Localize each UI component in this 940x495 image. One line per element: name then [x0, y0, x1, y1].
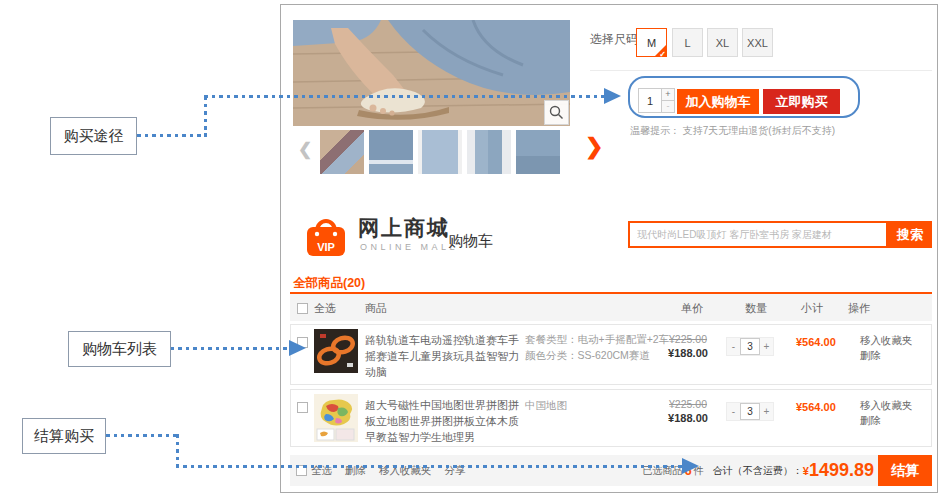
tab-all-items[interactable]: 全部商品(20) [293, 275, 365, 292]
row2-qty-minus-button[interactable]: - [727, 406, 740, 417]
size-option-m[interactable]: M ✓ [636, 28, 667, 57]
gallery-next-icon[interactable]: ❯ [585, 134, 603, 160]
race-track-illustration [314, 329, 358, 373]
row2-delete-link[interactable]: 删除 [860, 414, 881, 428]
annotation-connector [176, 434, 179, 468]
row2-checkbox[interactable] [297, 402, 308, 413]
logo-badge: VIP [317, 241, 335, 253]
row1-move-to-favorites-link[interactable]: 移入收藏夹 [860, 334, 913, 348]
row2-qty-plus-button[interactable]: + [760, 406, 773, 417]
column-quantity: 数量 [745, 301, 767, 316]
annotation-arrow-purchase-path [604, 88, 621, 104]
row1-qty-value[interactable]: 3 [740, 338, 760, 355]
order-summary: 已选商品 6 件 合计（不含运费）： ¥ 1499.89 [643, 455, 874, 486]
column-action: 操作 [848, 301, 870, 316]
row1-subtotal: ¥564.00 [796, 336, 836, 348]
row1-qty-plus-button[interactable]: + [760, 341, 773, 352]
row2-quantity-stepper: - 3 + [726, 402, 774, 421]
checkout-button[interactable]: 结算 [878, 455, 932, 486]
select-all-checkbox[interactable] [297, 303, 308, 314]
size-label: 选择尺码: [590, 31, 641, 48]
row2-move-to-favorites-link[interactable]: 移入收藏夹 [860, 399, 913, 413]
size-option-xxl-label: XXL [747, 37, 768, 49]
section-divider [590, 70, 932, 71]
gallery-prev-icon[interactable]: ❮ [298, 139, 312, 160]
row1-delete-link[interactable]: 删除 [860, 349, 881, 363]
selected-check-icon: ✓ [659, 50, 666, 59]
thumbnail-2[interactable] [369, 130, 413, 174]
column-select-all: 全选 [314, 301, 336, 316]
annotation-connector [106, 434, 179, 437]
row2-product-image [314, 394, 358, 446]
annotation-arrow-checkout [682, 458, 699, 474]
total-label: 合计（不含运费）： [713, 464, 803, 478]
total-amount: 1499.89 [809, 460, 874, 481]
mall-title: 网上商城 [358, 214, 450, 242]
thumbnail-1[interactable] [320, 130, 364, 174]
page: ❮ ❯ 选择尺码: M ✓ L XL XXL 1 + - 加入购物车 立即购买 … [0, 0, 940, 495]
row1-qty-minus-button[interactable]: - [727, 341, 740, 352]
annotation-checkout: 结算购买 [22, 418, 106, 454]
row2-title[interactable]: 超大号磁性中国地图世界拼图拼板立地图世界拼图拼板立体木质早教益智力学生地理男 [365, 397, 525, 445]
row1-quantity-stepper: - 3 + [726, 337, 774, 356]
annotation-connector [204, 96, 207, 137]
return-policy-tip: 温馨提示： 支持7天无理由退货(拆封后不支持) [630, 124, 835, 138]
size-option-xxl[interactable]: XXL [742, 28, 773, 57]
annotation-connector [171, 347, 289, 350]
annotation-connector [176, 465, 682, 468]
size-option-l[interactable]: L [672, 28, 703, 57]
annotation-connector [137, 134, 207, 137]
size-option-xl[interactable]: XL [707, 28, 738, 57]
row1-price: ¥188.00 [660, 347, 716, 359]
purchase-callout-outline [628, 76, 860, 118]
row2-spec-1: 中国地图 [525, 399, 567, 413]
row1-title[interactable]: 路轨轨道车电动遥控轨道赛车手摇赛道车儿童男孩玩具益智智力动脑 [365, 332, 525, 380]
size-option-xl-label: XL [716, 37, 729, 49]
row1-spec-1: 套餐类型：电动+手摇配置+2车 [525, 333, 669, 347]
thumbnail-3[interactable] [418, 130, 462, 174]
thumbnail-4[interactable] [467, 130, 511, 174]
shopping-bag-icon: VIP [302, 211, 350, 259]
footer-actions: 全选 删除 移入收藏夹 分享 [296, 455, 466, 486]
annotation-purchase-path: 购买途径 [50, 117, 137, 155]
annotation-arrow-cart-list [289, 340, 306, 356]
mall-subtitle: ONLINE MALL [360, 242, 458, 252]
magnifier-glyph [549, 105, 564, 120]
product-main-photo [293, 20, 570, 126]
thumbnail-5[interactable] [516, 130, 560, 174]
column-unit-price: 单价 [681, 301, 703, 316]
row2-subtotal: ¥564.00 [796, 401, 836, 413]
row1-spec-2: 颜色分类：SS-620CM赛道 [525, 349, 650, 363]
search-input[interactable] [628, 221, 888, 248]
search-button[interactable]: 搜索 [888, 221, 932, 248]
column-product: 商品 [365, 301, 387, 316]
row1-original-price: ¥225.00 [660, 333, 716, 345]
page-title: 购物车 [448, 232, 493, 251]
row2-original-price: ¥225.00 [660, 398, 716, 410]
row2-price: ¥188.00 [660, 412, 716, 424]
zoom-icon[interactable] [544, 100, 569, 125]
size-option-l-label: L [684, 37, 690, 49]
column-subtotal: 小计 [801, 301, 823, 316]
china-map-illustration [314, 394, 358, 442]
annotation-cart-list: 购物车列表 [68, 331, 171, 367]
mall-logo-icon: VIP [302, 211, 350, 263]
row2-qty-value[interactable]: 3 [740, 403, 760, 420]
product-photo-illustration [293, 20, 570, 126]
annotation-connector [204, 95, 604, 98]
row1-product-image [314, 329, 358, 377]
